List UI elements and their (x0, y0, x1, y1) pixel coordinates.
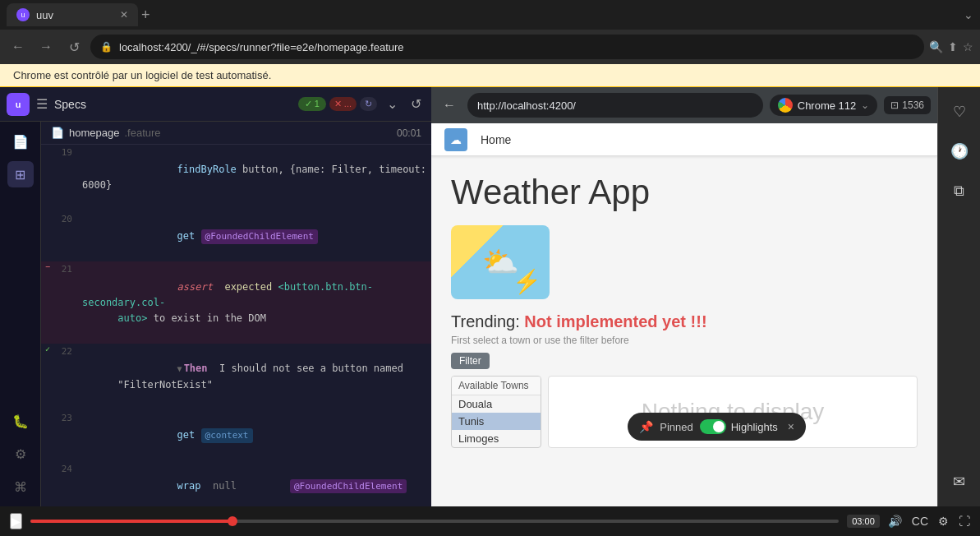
file-name: homepage (69, 127, 119, 139)
settings-button[interactable]: ⚙ (938, 515, 949, 528)
sidebar-icon-bug[interactable]: 🐛 (7, 408, 34, 434)
fail-count: ✕ ... (334, 99, 352, 109)
time-badge: 03:00 (847, 515, 880, 528)
toggle-knob (713, 421, 725, 432)
video-controls: ▶ 03:00 🔊 CC ⚙ ⛶ (0, 506, 980, 536)
line-number: 19 (54, 146, 79, 158)
nav-home-link[interactable]: Home (481, 133, 511, 146)
tab-menu-button[interactable]: ⌄ (964, 8, 973, 21)
town-item-limoges[interactable]: Limoges (452, 430, 541, 447)
chevron-down-button[interactable]: ⌄ (384, 93, 401, 115)
browser-resolution: 1536 (902, 99, 924, 111)
sidebar-layers-icon[interactable]: ⧉ (945, 176, 974, 206)
pass-badge: ✓ 1 (298, 97, 326, 111)
line-content: assert expected <button.btn.btn-secondar… (79, 262, 431, 343)
line-content: ▼Then I should not see a button named "F… (79, 344, 431, 409)
video-right-icons: 🔊 CC ⚙ ⛶ (888, 515, 970, 528)
chrome-label: Chrome 112 (798, 99, 857, 112)
highlights-toggle-switch[interactable] (700, 419, 726, 434)
line-indicator: − (41, 262, 54, 271)
code-scroll[interactable]: 19 findByRole button, {name: Filter, tim… (41, 145, 431, 506)
browser-inner-toolbar: ← http://localhost:4200/ Chrome 112 ⌄ ⊡ … (431, 87, 937, 123)
trending-highlight: Not implemented yet !!! (524, 312, 706, 330)
controlled-bar: Chrome est contrôlé par un logiciel de t… (0, 64, 980, 87)
sidebar-send-icon[interactable]: ✉ (945, 467, 974, 497)
code-line: 20 get @FoundedChildElement (41, 211, 431, 262)
nav-reload-button[interactable]: ↺ (62, 35, 85, 58)
sidebar-heart-icon[interactable]: ♡ (945, 97, 974, 127)
fail-badge: ✕ ... (329, 97, 357, 111)
app-content: ☁ Home Weather App ⛅ ⚡ Trending: (431, 123, 937, 506)
line-indicator: ✓ (41, 344, 54, 353)
new-tab-button[interactable]: + (141, 7, 150, 24)
line-number: 21 (54, 262, 79, 275)
browser-inner-back[interactable]: ← (438, 94, 461, 117)
code-line: 23 get @context (41, 410, 431, 461)
uuv-logo: u (7, 93, 30, 116)
sidebar-clock-icon[interactable]: 🕐 (945, 136, 974, 166)
code-area: 📄 homepage .feature 00:01 19 findByRole … (41, 122, 431, 506)
pinned-close-button[interactable]: × (788, 420, 794, 433)
main-layout: u uuv ✕ + ⌄ ← → ↺ 🔒 localhost:4200/_/#/s… (0, 0, 980, 536)
resolution-icon: ⊡ (890, 99, 899, 111)
towns-header: Available Towns (452, 377, 541, 395)
file-time: 00:01 (397, 127, 421, 139)
filter-button[interactable]: Filter (451, 353, 490, 369)
line-number: 20 (54, 212, 79, 224)
tab-close-button[interactable]: ✕ (120, 9, 128, 21)
trending-label: Trending: (451, 312, 520, 330)
volume-button[interactable]: 🔊 (888, 515, 902, 528)
nav-forward-button[interactable]: → (35, 35, 58, 58)
sidebar-icon-settings[interactable]: ⚙ (7, 441, 34, 467)
play-button[interactable]: ▶ (10, 513, 22, 529)
toolbar-badges: ✓ 1 ✕ ... ↻ (298, 97, 377, 111)
code-line: 24 wrap null @FoundedChildElement (41, 461, 431, 506)
uuv-body: 📄 ⊞ 🐛 ⚙ ⌘ 📄 homepage .feature 00:01 (0, 122, 431, 506)
pass-count: ✓ 1 (305, 99, 320, 109)
menu-icon[interactable]: ☰ (36, 96, 48, 112)
highlights-label: Highlights (731, 421, 778, 433)
tab-title: uuv (36, 9, 113, 21)
resolution-badge: ⊡ 1536 (884, 96, 931, 114)
spin-badge: ↻ (360, 97, 377, 111)
toolbar-label: Specs (54, 98, 86, 111)
app-title: Weather App (451, 173, 918, 212)
fullscreen-button[interactable]: ⛶ (959, 515, 970, 528)
line-number: 23 (54, 411, 79, 423)
trending-title: Trending: Not implemented yet !!! (451, 312, 918, 331)
browser-inner-address[interactable]: http://localhost:4200/ (467, 93, 763, 118)
address-actions: 🔍 ⬆ ☆ (929, 40, 973, 53)
line-number: 22 (54, 344, 79, 357)
chrome-badge: Chrome 112 ⌄ (770, 95, 878, 116)
trending-subtitle: First select a town or use the filter be… (451, 335, 918, 346)
chrome-icon (778, 98, 793, 113)
bookmark-button[interactable]: ☆ (963, 40, 973, 53)
sidebar-icon-layout[interactable]: ⊞ (7, 161, 34, 187)
pinned-label: Pinned (660, 421, 692, 433)
content-row: u ☰ Specs ✓ 1 ✕ ... ↻ ⌄ ↺ (0, 87, 980, 506)
town-item-douala[interactable]: Douala (452, 395, 541, 413)
uuv-toolbar: u ☰ Specs ✓ 1 ✕ ... ↻ ⌄ ↺ (0, 87, 431, 122)
pin-icon: 📌 (639, 420, 653, 433)
refresh-button[interactable]: ↺ (407, 93, 425, 115)
zoom-button[interactable]: 🔍 (929, 40, 943, 53)
file-type: .feature (124, 127, 160, 139)
lock-icon: 🔒 (100, 41, 113, 53)
line-content: get @context (79, 411, 431, 460)
browser-tab[interactable]: u uuv ✕ (7, 3, 138, 26)
chrome-dropdown-icon[interactable]: ⌄ (861, 99, 869, 111)
captions-button[interactable]: CC (912, 515, 928, 528)
nav-back-button[interactable]: ← (7, 35, 30, 58)
controlled-message: Chrome est contrôlé par un logiciel de t… (13, 69, 271, 81)
address-field[interactable]: 🔒 localhost:4200/_/#/specs/runner?file=e… (90, 35, 924, 59)
progress-bar[interactable] (30, 520, 839, 523)
line-number: 24 (54, 462, 79, 474)
highlights-toggle: Highlights (700, 419, 778, 434)
sidebar-icon-file[interactable]: 📄 (7, 128, 34, 155)
town-item-tunis[interactable]: Tunis (452, 413, 541, 430)
share-button[interactable]: ⬆ (948, 40, 958, 53)
right-panel: ← http://localhost:4200/ Chrome 112 ⌄ ⊡ … (431, 87, 937, 506)
sidebar-icons: 📄 ⊞ 🐛 ⚙ ⌘ (0, 122, 41, 506)
sidebar-icon-keyboard[interactable]: ⌘ (7, 474, 34, 500)
uuv-panel: u ☰ Specs ✓ 1 ✕ ... ↻ ⌄ ↺ (0, 87, 431, 506)
